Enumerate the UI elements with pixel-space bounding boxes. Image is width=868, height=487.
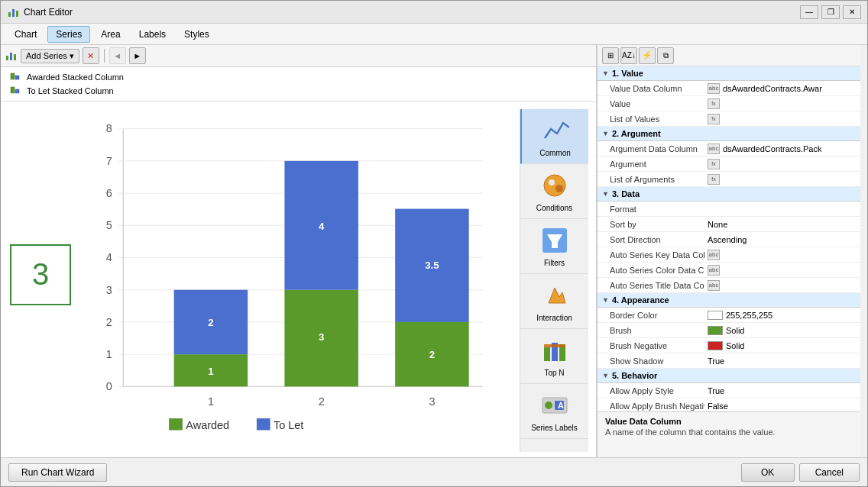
svg-text:Awarded: Awarded — [186, 419, 229, 431]
run-chart-wizard-button[interactable]: Run Chart Wizard — [8, 463, 107, 482]
prop-row-brush[interactable]: Brush Solid — [598, 323, 860, 338]
svg-text:4: 4 — [319, 221, 325, 232]
svg-rect-6 — [11, 73, 15, 79]
category-serieslabels[interactable]: A Series Labels — [520, 384, 588, 439]
move-down-button[interactable]: ► — [129, 47, 146, 64]
restore-button[interactable]: ❒ — [821, 5, 840, 19]
prop-row-format[interactable]: Format — [598, 202, 860, 217]
category-common[interactable]: Common — [520, 109, 588, 164]
list-item[interactable]: Awarded Stacked Column — [7, 70, 590, 84]
prop-value-brush: Solid — [704, 324, 860, 337]
edit-icon-argument[interactable]: fx — [708, 159, 720, 169]
prop-label-brush: Brush — [598, 324, 704, 337]
prop-value-allow-brush-negative: False — [704, 400, 860, 412]
edit-icon-argument-data[interactable]: abc — [708, 144, 720, 154]
prop-row-auto-series-color[interactable]: Auto Series Color Data Column abc — [598, 263, 860, 278]
series-icon-tolet — [10, 85, 22, 96]
move-up-button[interactable]: ◄ — [109, 47, 126, 64]
svg-text:3.5: 3.5 — [425, 260, 439, 271]
delete-series-button[interactable]: ✕ — [83, 47, 99, 64]
menu-series[interactable]: Series — [47, 26, 90, 43]
section-argument-header[interactable]: ▼ 2. Argument — [598, 127, 860, 141]
menu-area[interactable]: Area — [93, 27, 128, 42]
chart-svg: 0 1 2 3 4 5 6 7 8 1 2 3 — [77, 109, 520, 452]
props-grid-btn[interactable]: ⊞ — [602, 47, 619, 64]
list-item[interactable]: To Let Stacked Column — [7, 84, 590, 98]
category-panel: Common Conditions — [520, 109, 588, 452]
category-topn[interactable]: Top N — [520, 329, 588, 384]
prop-value-list-arguments: fx — [704, 173, 860, 186]
svg-text:3: 3 — [319, 331, 324, 343]
prop-label-sort-direction: Sort Direction — [598, 234, 704, 246]
prop-label-show-shadow: Show Shadow — [598, 355, 704, 367]
series-label-tolet: To Let Stacked Column — [27, 86, 114, 95]
prop-value-format — [704, 208, 860, 211]
props-toolbar: ⊞ AZ↓ ⚡ ⧉ — [598, 45, 860, 66]
properties-panel: ⊞ AZ↓ ⚡ ⧉ ▼ 1. Value Value Data Column a… — [597, 45, 860, 457]
svg-rect-2 — [16, 11, 18, 17]
props-copy-btn[interactable]: ⧉ — [657, 47, 674, 64]
edit-icon-list-arguments[interactable]: fx — [708, 174, 720, 185]
edit-icon-value[interactable]: fx — [708, 98, 720, 109]
prop-row-auto-series-key[interactable]: Auto Series Key Data Column abc — [598, 247, 860, 263]
category-filters[interactable]: Filters — [520, 219, 588, 274]
ok-button[interactable]: OK — [741, 463, 795, 482]
category-conditions[interactable]: Conditions — [520, 164, 588, 219]
prop-row-allow-brush-negative[interactable]: Allow Apply Brush Negative False — [598, 398, 860, 411]
prop-row-border-color[interactable]: Border Color 255,255,255 — [598, 308, 860, 323]
brush-color-swatch[interactable] — [708, 326, 723, 335]
svg-point-45 — [555, 185, 563, 192]
prop-value-border-color: 255,255,255 — [704, 309, 860, 321]
section-appearance-title: 4. Appearance — [612, 295, 669, 305]
edit-icon-value-data-column[interactable]: abc — [708, 83, 720, 94]
svg-point-56 — [545, 402, 552, 409]
bottom-info-bar: Value Data Column A name of the column t… — [598, 411, 860, 457]
series-label-awarded: Awarded Stacked Column — [27, 73, 124, 82]
section-behavior-header[interactable]: ▼ 5. Behavior — [598, 369, 860, 383]
svg-rect-4 — [10, 53, 12, 60]
prop-row-show-shadow[interactable]: Show Shadow True — [598, 353, 860, 369]
collapse-icon-behavior: ▼ — [602, 372, 609, 379]
prop-row-list-of-values[interactable]: List of Values fx — [598, 111, 860, 127]
svg-text:2: 2 — [208, 317, 213, 328]
category-interaction-label: Interaction — [536, 314, 572, 322]
prop-row-argument[interactable]: Argument fx — [598, 156, 860, 172]
menu-chart[interactable]: Chart — [7, 27, 44, 42]
prop-row-argument-data-column[interactable]: Argument Data Column abc dsAwardedContra… — [598, 141, 860, 156]
prop-label-auto-series-title: Auto Series Title Data Column — [598, 279, 704, 292]
props-scroll-area[interactable]: ▼ 1. Value Value Data Column abc dsAward… — [598, 66, 860, 411]
prop-row-sortby[interactable]: Sort by None — [598, 217, 860, 232]
prop-row-value[interactable]: Value fx — [598, 96, 860, 111]
border-color-swatch[interactable] — [708, 311, 723, 320]
prop-row-sort-direction[interactable]: Sort Direction Ascending — [598, 232, 860, 247]
edit-icon-list-values[interactable]: fx — [708, 114, 720, 124]
section-appearance-header[interactable]: ▼ 4. Appearance — [598, 293, 860, 308]
edit-icon-auto-title[interactable]: abc — [708, 280, 720, 291]
prop-row-auto-series-title[interactable]: Auto Series Title Data Column abc — [598, 278, 860, 293]
brush-negative-swatch[interactable] — [708, 341, 723, 350]
props-lightning-btn[interactable]: ⚡ — [639, 47, 656, 64]
prop-row-list-of-arguments[interactable]: List of Arguments fx — [598, 172, 860, 187]
prop-row-brush-negative[interactable]: Brush Negative Solid — [598, 338, 860, 353]
menu-labels[interactable]: Labels — [131, 27, 173, 42]
category-serieslabels-label: Series Labels — [531, 424, 578, 432]
props-sort-btn[interactable]: AZ↓ — [620, 47, 637, 64]
cancel-button[interactable]: Cancel — [799, 463, 860, 482]
section-data-header[interactable]: ▼ 3. Data — [598, 187, 860, 202]
prop-row-allow-apply-style[interactable]: Allow Apply Style True — [598, 383, 860, 398]
prop-label-value-data-column: Value Data Column — [598, 82, 704, 95]
section-value-header[interactable]: ▼ 1. Value — [598, 66, 860, 81]
minimize-button[interactable]: — — [800, 5, 818, 19]
category-interaction[interactable]: Interaction — [520, 274, 588, 329]
edit-icon-auto-key[interactable]: abc — [708, 250, 720, 260]
main-content: Add Series ▾ ✕ ◄ ► Awarded St — [1, 45, 867, 457]
edit-icon-auto-color[interactable]: abc — [708, 265, 720, 276]
menu-bar: Chart Series Area Labels Styles — [1, 24, 867, 45]
chart-area: 3 — [1, 102, 596, 457]
add-series-button[interactable]: Add Series ▾ — [21, 49, 79, 63]
menu-styles[interactable]: Styles — [177, 27, 217, 42]
footer-left: Run Chart Wizard — [8, 463, 107, 482]
close-button[interactable]: ✕ — [843, 5, 861, 19]
prop-row-value-data-column[interactable]: Value Data Column abc dsAwardedContracts… — [598, 81, 860, 96]
chart-editor-window: Chart Editor — ❒ ✕ Chart Series Area Lab… — [0, 0, 868, 487]
